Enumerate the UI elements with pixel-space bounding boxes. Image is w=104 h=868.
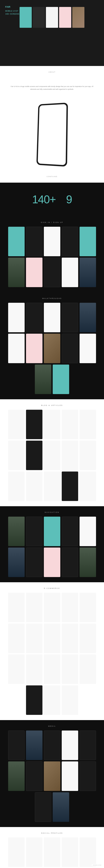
screen-preview	[62, 837, 78, 867]
screen-preview	[8, 762, 25, 791]
screen-preview	[8, 624, 25, 653]
screen-preview	[79, 258, 96, 287]
stat-categories-count: 9	[66, 193, 72, 206]
watermark: ZHUBO.COM	[92, 864, 102, 866]
screen-preview	[62, 654, 78, 684]
screen-preview	[79, 334, 96, 363]
screen-preview	[79, 441, 96, 470]
screen-preview	[44, 303, 60, 332]
about-label: ABOUT	[0, 66, 104, 78]
screen-preview	[26, 441, 42, 470]
screens-grid	[3, 593, 101, 715]
screen-preview	[8, 593, 25, 622]
screen-preview	[44, 517, 60, 546]
hero-branding: FAIR MOBILE UI KIT 140+ SCREENS	[5, 5, 19, 16]
screen-preview	[62, 471, 78, 501]
contains-label: CONTAINS	[0, 170, 104, 183]
category-walkthroughs: WALKTHROUGHS	[0, 292, 104, 399]
screen-preview	[26, 303, 42, 332]
screen-preview	[26, 471, 42, 501]
screen-preview	[8, 654, 25, 684]
screen-preview	[26, 685, 42, 715]
screens-grid	[3, 731, 101, 822]
product-subtitle: MOBILE UI KIT	[5, 9, 19, 13]
screen-preview	[62, 593, 78, 622]
category-ecommerce: E-COMMERCE	[0, 582, 104, 720]
screen-preview	[35, 792, 51, 822]
screen-preview	[79, 471, 96, 501]
section-title: WALKTHROUGHS	[0, 298, 104, 299]
screen-preview	[26, 731, 42, 760]
screen-preview	[8, 303, 25, 332]
screen-preview	[62, 762, 78, 791]
screen-preview	[79, 762, 96, 791]
product-tagline: 140+ SCREENS	[5, 12, 19, 16]
screen-preview	[26, 837, 42, 867]
screen-preview	[35, 365, 51, 394]
screen-preview	[79, 548, 96, 577]
screen-preview	[44, 471, 60, 501]
screen-preview	[79, 731, 96, 760]
screen-preview	[26, 624, 42, 653]
section-title: MEDIA	[0, 725, 104, 727]
category-social: SOCIAL PROFILES	[0, 827, 104, 868]
screen-preview	[44, 441, 60, 470]
screen-preview	[44, 227, 60, 256]
section-title: E-COMMERCE	[0, 587, 104, 589]
screen-preview	[8, 471, 25, 501]
product-title: FAIR	[5, 5, 19, 9]
section-title: BLOG & ARTICLES	[0, 404, 104, 406]
screen-preview	[8, 227, 25, 256]
intro-text: Fair UI Kit is a huge mobile screens and…	[0, 78, 104, 98]
screen-preview	[62, 410, 78, 439]
screen-preview	[26, 593, 42, 622]
category-blog: BLOG & ARTICLES	[0, 399, 104, 506]
screen-preview	[44, 410, 60, 439]
section-title: SOCIAL PROFILES	[0, 832, 104, 834]
screen-preview	[62, 303, 78, 332]
section-title: SIGN IN / SIGN UP	[0, 221, 104, 223]
hero-section: FAIR MOBILE UI KIT 140+ SCREENS	[0, 0, 104, 66]
screen-preview	[26, 762, 42, 791]
screen-preview	[79, 654, 96, 684]
screen-preview	[26, 654, 42, 684]
hero-card	[33, 7, 45, 28]
screen-preview	[79, 593, 96, 622]
screens-grid	[3, 837, 101, 868]
screen-preview	[44, 654, 60, 684]
screen-preview	[26, 517, 42, 546]
screen-preview	[44, 334, 60, 363]
stat-screens-count: 140+	[32, 193, 56, 206]
screen-preview	[79, 624, 96, 653]
screen-preview	[62, 227, 78, 256]
screen-preview	[79, 517, 96, 546]
screens-grid	[3, 227, 101, 287]
screen-preview	[62, 334, 78, 363]
screen-preview	[44, 258, 60, 287]
section-title: NAVIGATION	[0, 512, 104, 513]
screen-preview	[8, 258, 25, 287]
screens-grid	[3, 410, 101, 501]
screen-preview	[8, 410, 25, 439]
screen-preview	[53, 365, 69, 394]
screen-preview	[62, 548, 78, 577]
category-navigation: NAVIGATION	[0, 506, 104, 582]
screen-preview	[79, 410, 96, 439]
screen-preview	[62, 685, 78, 715]
screens-grid	[3, 303, 101, 394]
screen-preview	[62, 258, 78, 287]
screen-preview	[44, 593, 60, 622]
screen-preview	[8, 837, 25, 867]
screen-preview	[8, 548, 25, 577]
hero-card	[72, 7, 84, 28]
phone-mockup	[36, 102, 68, 167]
screen-preview	[53, 792, 69, 822]
screen-preview	[62, 517, 78, 546]
stats-section: 140+ 9	[0, 183, 104, 216]
screen-preview	[62, 624, 78, 653]
screen-preview	[79, 227, 96, 256]
screen-preview	[44, 762, 60, 791]
screen-preview	[26, 258, 42, 287]
screen-preview	[62, 441, 78, 470]
screen-preview	[79, 303, 96, 332]
